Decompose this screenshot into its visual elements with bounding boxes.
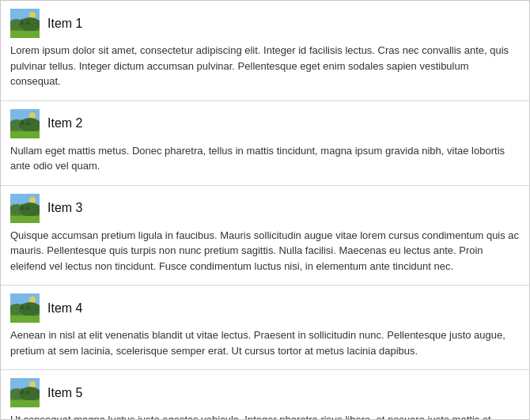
item-thumbnail xyxy=(10,378,40,407)
item-thumbnail xyxy=(10,9,40,38)
item-thumbnail xyxy=(10,194,40,223)
item-title: Item 5 xyxy=(47,386,82,400)
item-header: Item 1 xyxy=(10,9,520,38)
svg-point-1 xyxy=(29,12,36,18)
svg-point-9 xyxy=(29,112,36,119)
item-header: Item 4 xyxy=(10,293,520,323)
svg-point-25 xyxy=(29,297,36,303)
svg-rect-7 xyxy=(10,31,40,38)
svg-rect-31 xyxy=(10,316,40,323)
list-item: Item 5Ut consequat magna luctus justo eg… xyxy=(1,370,529,420)
item-title: Item 1 xyxy=(47,17,82,31)
svg-rect-23 xyxy=(10,216,40,223)
item-title: Item 3 xyxy=(47,201,82,215)
item-description: Lorem ipsum dolor sit amet, consectetur … xyxy=(10,43,520,89)
item-description: Aenean in nisl at elit venenatis blandit… xyxy=(10,327,520,358)
list-item: Item 4Aenean in nisl at elit venenatis b… xyxy=(1,286,529,370)
item-thumbnail xyxy=(10,293,40,323)
svg-rect-39 xyxy=(10,400,40,407)
item-header: Item 2 xyxy=(10,109,520,138)
item-description: Nullam eget mattis metus. Donec pharetra… xyxy=(10,143,520,174)
svg-point-33 xyxy=(29,381,36,388)
item-description: Quisque accumsan pretium ligula in fauci… xyxy=(10,228,520,274)
items-list[interactable]: Item 1Lorem ipsum dolor sit amet, consec… xyxy=(0,0,530,420)
item-description: Ut consequat magna luctus justo egestas … xyxy=(10,412,520,420)
item-title: Item 4 xyxy=(47,301,82,316)
list-item: Item 3Quisque accumsan pretium ligula in… xyxy=(1,186,529,286)
item-title: Item 2 xyxy=(47,116,82,131)
list-item: Item 2Nullam eget mattis metus. Donec ph… xyxy=(1,101,529,186)
svg-point-17 xyxy=(29,197,36,203)
item-header: Item 5 xyxy=(10,378,520,407)
list-item: Item 1Lorem ipsum dolor sit amet, consec… xyxy=(1,1,529,101)
item-thumbnail xyxy=(10,109,40,138)
item-header: Item 3 xyxy=(10,194,520,223)
svg-rect-15 xyxy=(10,131,40,138)
